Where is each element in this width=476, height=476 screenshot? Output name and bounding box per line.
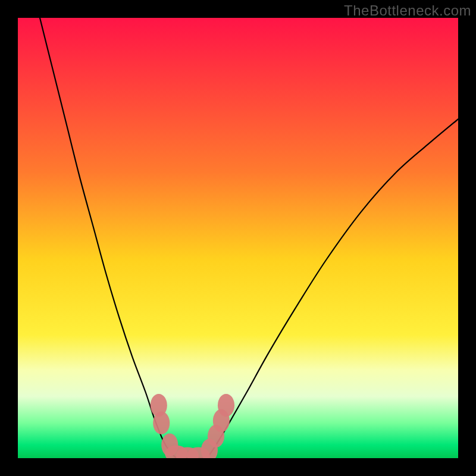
- data-marker: [218, 394, 234, 416]
- data-marker: [153, 412, 170, 434]
- chart-background: [18, 18, 458, 458]
- chart-viewport: TheBottleneck.com: [0, 0, 476, 476]
- watermark-text: TheBottleneck.com: [344, 2, 471, 19]
- bottleneck-chart: [18, 18, 458, 458]
